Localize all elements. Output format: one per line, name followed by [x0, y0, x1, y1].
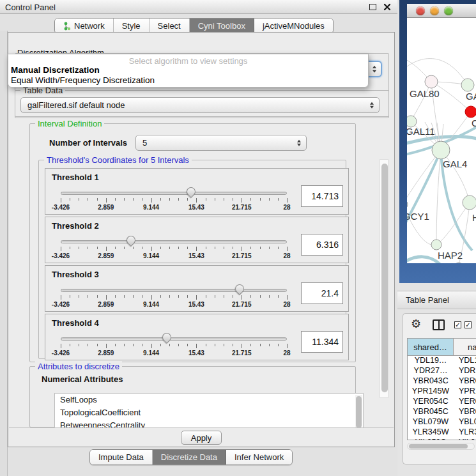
column-header-shared-name[interactable]: shared…	[408, 339, 454, 355]
network-node-hap2[interactable]	[431, 240, 441, 250]
threshold-slider[interactable]: -3.4262.8599.14415.4321.71528	[61, 266, 287, 312]
numerical-attributes-label: Numerical Attributes	[42, 374, 123, 384]
slider-ticks	[61, 198, 287, 203]
table-data-combo[interactable]: galFiltered.sif default node	[20, 97, 380, 113]
network-node-label: GCY1	[407, 211, 429, 222]
table-row[interactable]: YLR345WYLR3	[408, 427, 476, 438]
threshold-slider[interactable]: -3.4262.8599.14415.4321.71528	[61, 169, 287, 215]
threshold-slider[interactable]: -3.4262.8599.14415.4321.71528	[61, 217, 287, 264]
algorithm-placeholder: Select algorithm to view settings	[8, 56, 368, 66]
apply-button[interactable]: Apply	[181, 431, 222, 445]
control-panel-titlebar: Control Panel	[0, 0, 397, 14]
gear-icon[interactable]: ⚙	[411, 318, 421, 330]
algorithm-option-manual-discretization[interactable]: Manual Discretization	[11, 65, 100, 75]
slider-thumb[interactable]	[125, 234, 137, 247]
slider-track[interactable]	[61, 240, 287, 243]
slider-track[interactable]	[61, 337, 287, 341]
network-node-label: GAL80	[410, 88, 440, 99]
network-edge	[436, 150, 441, 245]
slider-ticks	[61, 295, 287, 300]
split-columns-icon[interactable]	[433, 319, 445, 330]
table-panel: ⚙ ✓ ✓ shared… na YDL19…YDL1YDR27…YDR2YBR…	[403, 313, 476, 464]
tab-label: Discretize Data	[161, 452, 217, 462]
table-row[interactable]: YER054CYER0	[408, 397, 476, 407]
cell-shared-name: YBR043C	[408, 376, 454, 387]
number-of-intervals-combo[interactable]: 5	[135, 135, 307, 151]
float-window-icon[interactable]	[369, 4, 376, 10]
tab-style[interactable]: Style	[114, 19, 150, 33]
algorithm-dropdown-popup: Select algorithm to view settings Manual…	[8, 54, 369, 88]
tab-infer-network[interactable]: Infer Network	[226, 450, 292, 464]
tab-discretize-data[interactable]: Discretize Data	[153, 450, 226, 464]
cell-shared-name: YBL079W	[408, 417, 454, 427]
table-row[interactable]: YDR27…YDR2	[408, 366, 476, 376]
control-panel: Control Panel NetworkStyleSelectCyni Too…	[0, 0, 397, 476]
tab-select[interactable]: Select	[150, 19, 190, 33]
close-icon[interactable]	[383, 3, 391, 11]
thresholds-group-title: Threshold's Coordinates for 5 Intervals	[44, 155, 192, 165]
slider-thumb[interactable]	[233, 282, 246, 295]
cell-shared-name: YBR045C	[408, 407, 454, 417]
tab-label: Style	[122, 21, 141, 31]
tab-jactivemnodules[interactable]: jActiveMNodules	[254, 19, 333, 33]
tab-cyni-toolbox[interactable]: Cyni Toolbox	[190, 19, 254, 33]
threshold-value-field[interactable]: 11.344	[301, 331, 343, 353]
network-node-gal80[interactable]	[425, 75, 438, 88]
network-node-label: GA	[466, 91, 476, 102]
network-node-ga[interactable]	[461, 79, 474, 91]
attributes-group-title: Attributes to discretize	[35, 362, 122, 371]
threshold-panel-threshold-1: Threshold 1-3.4262.8599.14415.4321.71528…	[45, 168, 349, 215]
slider-tick-labels: -3.4262.8599.14415.4321.71528	[61, 204, 287, 211]
table-row[interactable]: YBR043CYBR0	[408, 376, 476, 387]
threshold-value-field[interactable]: 6.316	[301, 234, 343, 256]
cell-name: YLR3	[454, 427, 476, 438]
tab-impute-data[interactable]: Impute Data	[90, 450, 153, 464]
table-row[interactable]: YBR045CYBR0	[408, 407, 476, 417]
zoom-traffic-light[interactable]	[444, 6, 453, 15]
left-scroll-strip[interactable]	[0, 31, 8, 476]
cell-shared-name: YLR345W	[408, 427, 454, 438]
table-row[interactable]: YPR145WYPR1	[408, 387, 476, 397]
checkbox-icon[interactable]: ✓	[454, 321, 461, 328]
checkbox-icon[interactable]: ✓	[464, 321, 472, 328]
cell-shared-name: YIL052C	[408, 438, 454, 440]
table-row[interactable]: YBL079WYBL0	[408, 417, 476, 427]
cell-name: YDR2	[454, 366, 476, 376]
network-icon	[63, 22, 71, 31]
attribute-item-topologicalcoefficient[interactable]: TopologicalCoefficient	[55, 406, 363, 419]
table-row[interactable]: YIL052CYIL0	[408, 438, 476, 440]
network-canvas[interactable]: GAL80GACGAL11GAL4GCY1HHAP2	[407, 18, 476, 263]
threshold-value-field[interactable]: 14.713	[301, 185, 343, 207]
network-node-gcy1[interactable]	[407, 199, 408, 210]
network-node-c[interactable]	[465, 106, 476, 118]
minimize-traffic-light[interactable]	[430, 6, 439, 15]
network-node-label: C	[472, 118, 476, 128]
network-node-gal4[interactable]	[432, 141, 450, 159]
slider-thumb[interactable]	[185, 185, 197, 198]
table-horizontal-scrollbar[interactable]	[407, 443, 475, 450]
node-table[interactable]: shared… na YDL19…YDL1YDR27…YDR2YBR043CYB…	[407, 338, 476, 440]
network-edge	[407, 257, 440, 263]
slider-thumb[interactable]	[160, 331, 173, 344]
close-traffic-light[interactable]	[416, 6, 425, 15]
network-node-h[interactable]	[463, 196, 476, 210]
network-node[interactable]	[454, 263, 463, 263]
tab-network[interactable]: Network	[55, 19, 114, 33]
settings-vertical-scrollbar[interactable]	[380, 159, 388, 398]
threshold-slider[interactable]: -3.4262.8599.14415.4321.71528	[61, 314, 287, 361]
table-row[interactable]: YDL19…YDL1	[408, 356, 476, 366]
attributes-scrollbar[interactable]	[355, 395, 362, 431]
screen: Control Panel NetworkStyleSelectCyni Too…	[0, 0, 476, 476]
attribute-item-selfloops[interactable]: SelfLoops	[55, 394, 363, 406]
slider-track[interactable]	[61, 289, 287, 292]
slider-track[interactable]	[61, 192, 287, 195]
tab-label: Select	[158, 21, 181, 31]
cyni-toolbox-content: Discretization Algorithm Table Data galF…	[8, 32, 395, 447]
table-data-value: galFiltered.sif default node	[27, 100, 125, 110]
column-header-name[interactable]: na	[454, 339, 476, 355]
cell-name: YBL0	[454, 417, 476, 427]
algorithm-option-equal-width-frequency-discretization[interactable]: Equal Width/Frequency Discretization	[11, 75, 155, 85]
threshold-value-field[interactable]: 21.4	[301, 282, 343, 304]
network-window-titlebar	[407, 4, 476, 18]
network-node-label: H	[472, 212, 476, 223]
